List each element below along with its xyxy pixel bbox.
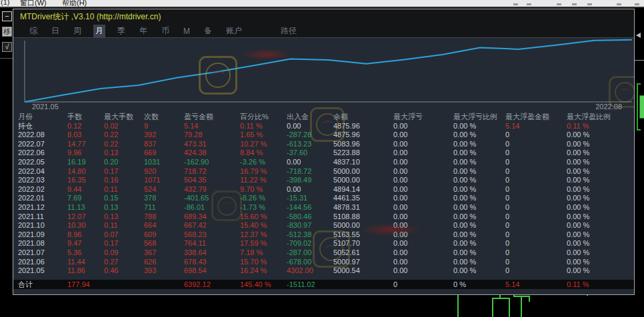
tab-2[interactable]: 周 — [71, 25, 83, 37]
cell-deposit: -287.00 — [287, 248, 333, 258]
cell-month: 2021.10 — [18, 221, 67, 230]
table-row[interactable]: 2021.1112.070.13788689.3415.60 %-580.465… — [13, 212, 634, 222]
tab-3[interactable]: 月 — [93, 25, 105, 37]
table-row[interactable]: 2021.098.960.07609568.2312.37 %-512.3851… — [13, 230, 634, 240]
panel-titlebar[interactable]: MTDriver统计 ,V3.10 (http://mtdriver.cn) — [13, 9, 634, 25]
cell-max-float-loss: 0.00 — [393, 203, 453, 212]
chart-drawing-line — [521, 297, 522, 317]
tab-7[interactable]: M — [181, 26, 192, 37]
cell-balance: 5083.96 — [333, 140, 393, 149]
table-row[interactable]: 2022.0714.770.22837473.3110.27 %-613.235… — [13, 140, 634, 149]
table-row[interactable]: 2021.089.470.17568764.1117.59 %-709.0251… — [13, 239, 634, 248]
cell-max-float-profit-pct: 0.00 % — [567, 248, 617, 258]
tab-10[interactable]: 路径 — [279, 25, 299, 37]
toolbar-icon[interactable] — [557, 3, 561, 5]
menu-item-help[interactable]: 帮助(H) — [62, 0, 87, 8]
mtdriver-stats-panel: MTDriver统计 ,V3.10 (http://mtdriver.cn) 综… — [13, 9, 635, 295]
table-row[interactable]: 2022.088.030.2239279.281.65 %-287.284875… — [13, 131, 634, 140]
cell-max-float-loss: 0.00 — [393, 212, 453, 222]
menu-item-fragment[interactable]: (1) — [1, 0, 9, 6]
cell-max-float-loss: 0.00 — [393, 185, 453, 194]
cell-balance: 4894.14 — [333, 185, 393, 194]
toolbar-icon[interactable] — [513, 3, 518, 5]
cell-max-float-loss-pct: 0.00 % — [453, 176, 505, 185]
table-row[interactable]: 2021.0611.440.27626678.4315.70 %-678.005… — [13, 258, 634, 267]
cell-lots: 9.47 — [67, 239, 104, 248]
table-row[interactable]: 2022.017.690.15378-401.65-8.26 %-15.3144… — [13, 194, 634, 203]
table-row[interactable]: 2021.1010.300.11664667.4215.40 %-830.975… — [13, 221, 634, 230]
column-header-trades: 次数 — [144, 113, 184, 122]
cell-trades: 9 — [144, 122, 184, 131]
table-row[interactable]: 2022.0414.800.17920718.7216.79 %-718.725… — [13, 167, 634, 176]
cell-max-float-profit-pct: 0.00 % — [567, 258, 617, 267]
cell-max-float-profit-pct: 0.00 % — [567, 266, 617, 276]
table-row[interactable]: 2022.069.960.13669424.388.84 %-37.605223… — [13, 149, 634, 158]
cell-lots: 14.77 — [67, 140, 104, 149]
toolbar-icon[interactable] — [572, 3, 577, 5]
cell-deposit: -678.00 — [287, 258, 333, 267]
cell-trades: 1071 — [144, 176, 184, 185]
move-button[interactable]: 移 — [2, 27, 12, 37]
cell-deposit: 0.00 — [287, 122, 333, 131]
left-toolbar: − 移 √ — [0, 7, 13, 317]
cell-month: 合计 — [18, 280, 67, 289]
cell-max-float-loss-pct: 0.00 % — [453, 167, 505, 176]
column-header-max-float-loss: 最大浮亏 — [393, 113, 453, 122]
tab-1[interactable]: 日 — [49, 25, 61, 37]
cell-max-lots: 0.09 — [104, 248, 144, 258]
toolbar-icon[interactable] — [587, 3, 592, 5]
minimize-button[interactable]: − — [2, 11, 12, 21]
table-row[interactable]: 2021.0511.860.46393698.5416.24 %4302.005… — [13, 266, 634, 276]
cell-max-float-profit: 0 — [505, 131, 567, 140]
tab-9[interactable]: 账户 — [224, 25, 244, 37]
cell-max-lots: 0.11 — [104, 185, 144, 194]
cell-max-lots: 0.27 — [104, 258, 144, 267]
table-row[interactable]: 2021.1211.130.13711-86.01-1.73 %-144.564… — [13, 203, 634, 212]
cell-lots: 12.07 — [67, 212, 104, 222]
column-header-max-float-profit: 最大浮盈金额 — [505, 113, 567, 122]
toolbar-icon[interactable] — [527, 3, 531, 5]
cell-deposit: -718.72 — [287, 167, 333, 176]
check-button[interactable]: √ — [2, 42, 12, 52]
background-line — [635, 60, 644, 61]
cell-max-float-loss: 0.00 — [393, 266, 453, 276]
cell-profit: 473.31 — [184, 140, 240, 149]
cell-max-float-profit-pct: 0.00 % — [567, 203, 617, 212]
cell-max-float-profit: 0 — [505, 230, 567, 240]
cell-percent: -3.26 % — [240, 158, 287, 167]
tab-4[interactable]: 季 — [115, 25, 127, 37]
tab-5[interactable]: 年 — [137, 25, 149, 37]
cell-lots: 16.19 — [67, 158, 104, 167]
tab-6[interactable]: 币 — [159, 25, 171, 37]
table-total-row[interactable]: 合计177.946392.12145.40 %-1511.0200 %5.140… — [13, 280, 635, 289]
cell-month: 2022.07 — [18, 140, 67, 149]
cell-lots: 16.35 — [67, 176, 104, 185]
cell-profit: 764.11 — [184, 239, 240, 248]
cell-percent: 15.60 % — [240, 212, 287, 222]
cell-deposit: -512.38 — [287, 230, 333, 240]
toolbar-icon[interactable] — [635, 3, 639, 5]
cell-deposit: 0.00 — [287, 185, 333, 194]
cell-max-float-profit-pct: 0.00 % — [567, 176, 617, 185]
cell-max-float-profit-pct: 0.00 % — [567, 158, 617, 167]
equity-chart[interactable]: 2021.05 2022.08 — [13, 38, 634, 113]
cell-balance: 5000.00 — [333, 221, 393, 230]
toolbar-icon[interactable] — [617, 3, 621, 5]
table-row[interactable]: 2022.0516.190.201031-162.90-3.26 %0.0048… — [13, 158, 634, 167]
table-row[interactable]: 持仓0.120.0295.140.11 %0.004875.960.000.00… — [13, 122, 634, 131]
cell-trades: 568 — [144, 239, 184, 248]
cell-trades: 524 — [144, 185, 184, 194]
cell-balance: 5163.55 — [333, 230, 393, 240]
cell-trades: 392 — [144, 131, 184, 140]
tab-8[interactable]: 备 — [202, 25, 214, 37]
table-row[interactable]: 2022.029.440.11524432.799.70 %0.004894.1… — [13, 185, 634, 194]
table-row[interactable]: 2021.075.360.09367338.647.18 %-287.00505… — [13, 248, 634, 258]
cell-max-lots: 0.22 — [104, 140, 144, 149]
table-row[interactable]: 2022.0316.350.161071504.3511.22 %-398.49… — [13, 176, 634, 185]
cell-deposit: -144.56 — [287, 203, 333, 212]
cell-max-float-loss: 0.00 — [393, 140, 453, 149]
menu-item-window[interactable]: 窗口(W) — [20, 0, 47, 8]
cell-month: 2022.04 — [18, 167, 67, 176]
resize-grip-icon[interactable] — [636, 33, 641, 38]
tab-0[interactable]: 综 — [27, 25, 39, 37]
